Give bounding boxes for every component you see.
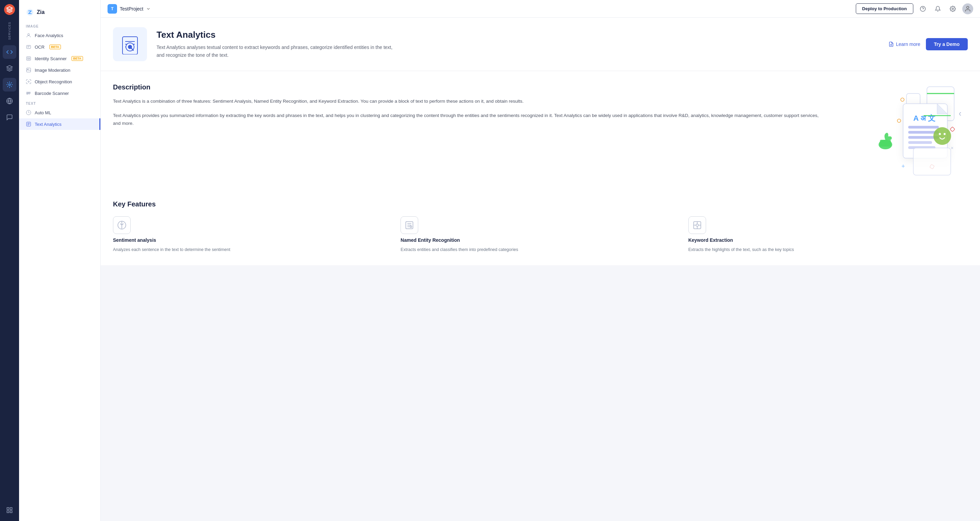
keyword-extraction-desc: Extracts the highlights of the text, suc… bbox=[688, 246, 794, 253]
services-label: Services bbox=[8, 22, 11, 40]
svg-point-63 bbox=[897, 119, 901, 122]
svg-rect-54 bbox=[908, 141, 932, 144]
svg-point-10 bbox=[27, 34, 29, 35]
keyword-icon bbox=[692, 220, 702, 230]
image-moderation-label: Image Moderation bbox=[35, 68, 70, 73]
svg-rect-69 bbox=[913, 148, 951, 175]
svg-point-68 bbox=[959, 113, 961, 115]
settings-icon-btn[interactable] bbox=[947, 3, 958, 14]
svg-rect-64 bbox=[950, 127, 955, 132]
image-moderation-icon bbox=[26, 67, 31, 73]
sidebar-item-ocr[interactable]: OCR BETA bbox=[19, 41, 100, 53]
sidebar-item-object-recognition[interactable]: Object Recognition bbox=[19, 76, 100, 87]
svg-point-9 bbox=[30, 12, 30, 13]
sidebar-item-face-analytics[interactable]: Face Analytics bbox=[19, 30, 100, 41]
project-avatar: T bbox=[108, 4, 117, 14]
project-selector[interactable]: T TestProject bbox=[108, 4, 151, 14]
sidebar-item-image-moderation[interactable]: Image Moderation bbox=[19, 64, 100, 76]
sidebar-item-identity-scanner[interactable]: Identity Scanner BETA bbox=[19, 53, 100, 64]
svg-point-78 bbox=[696, 224, 698, 227]
text-analytics-hero-icon bbox=[120, 34, 140, 54]
learn-more-button[interactable]: Learn more bbox=[888, 41, 920, 47]
svg-point-15 bbox=[27, 57, 29, 59]
key-features-title: Key Features bbox=[113, 198, 968, 208]
sidebar-item-barcode-scanner[interactable]: Barcode Scanner bbox=[19, 87, 100, 99]
hero-text: Text Analytics Text Analytics analyses t… bbox=[156, 30, 879, 59]
svg-point-21 bbox=[28, 81, 29, 82]
svg-point-58 bbox=[939, 133, 941, 135]
identity-scanner-beta-badge: BETA bbox=[72, 56, 83, 61]
svg-rect-11 bbox=[27, 45, 30, 48]
try-demo-button[interactable]: Try a Demo bbox=[926, 38, 968, 50]
svg-point-76 bbox=[410, 226, 412, 227]
sidebar-item-text-analytics[interactable]: Text Analytics bbox=[19, 118, 100, 130]
ner-desc: Extracts entities and classifies them in… bbox=[401, 246, 518, 253]
topbar: T TestProject Deploy to Production bbox=[101, 0, 980, 18]
identity-scanner-label: Identity Scanner bbox=[35, 56, 67, 61]
svg-point-36 bbox=[967, 6, 969, 8]
svg-point-62 bbox=[901, 98, 904, 101]
help-icon bbox=[920, 6, 926, 12]
zia-logo-icon bbox=[26, 8, 34, 16]
ner-name: Named Entity Recognition bbox=[401, 237, 460, 243]
content-area: Text Analytics Text Analytics analyses t… bbox=[101, 18, 980, 521]
face-analytics-icon bbox=[26, 33, 31, 38]
sidebar-item-auto-ml[interactable]: Auto ML bbox=[19, 107, 100, 118]
svg-rect-61 bbox=[880, 140, 891, 146]
features-grid: Sentiment analysis Analyzes each sentenc… bbox=[113, 216, 968, 253]
rail-icon-code[interactable] bbox=[3, 45, 16, 59]
text-analytics-icon bbox=[26, 121, 31, 127]
sentiment-icon bbox=[117, 220, 127, 230]
notification-icon-btn[interactable] bbox=[932, 3, 943, 14]
svg-rect-5 bbox=[10, 508, 12, 510]
icon-rail: Services bbox=[0, 0, 19, 521]
rail-icon-grid[interactable] bbox=[3, 503, 16, 517]
zia-brand: Zia bbox=[19, 5, 100, 22]
svg-point-1 bbox=[9, 84, 11, 86]
barcode-scanner-icon bbox=[26, 91, 31, 96]
ocr-icon bbox=[26, 44, 31, 50]
identity-scanner-icon bbox=[26, 56, 31, 61]
hero-description: Text Analytics analyses textual content … bbox=[156, 43, 395, 59]
rail-icon-brain[interactable] bbox=[3, 78, 16, 92]
rail-icon-globe[interactable] bbox=[3, 94, 16, 108]
hero-icon-box bbox=[113, 27, 147, 61]
sentiment-analysis-name: Sentiment analysis bbox=[113, 237, 156, 243]
ner-icon-box bbox=[401, 216, 418, 234]
text-analytics-illustration: A अ 文 bbox=[845, 83, 961, 185]
svg-point-59 bbox=[943, 133, 946, 135]
svg-point-35 bbox=[952, 8, 954, 10]
bell-icon bbox=[935, 6, 941, 12]
app-logo bbox=[4, 4, 15, 15]
key-features-section: Key Features Sentiment analysis Analyzes… bbox=[101, 198, 980, 265]
user-icon bbox=[964, 5, 971, 12]
sidebar: Zia IMAGE Face Analytics OCR BETA Identi… bbox=[19, 0, 101, 521]
project-name: TestProject bbox=[120, 6, 143, 11]
auto-ml-icon bbox=[26, 110, 31, 115]
svg-marker-0 bbox=[7, 66, 13, 68]
description-section: Description Text Analytics is a combinat… bbox=[113, 83, 838, 185]
image-section-label: IMAGE bbox=[19, 22, 100, 30]
description-para2: Text Analytics provides you summarized i… bbox=[113, 111, 825, 127]
svg-rect-51 bbox=[908, 126, 939, 129]
auto-ml-label: Auto ML bbox=[35, 110, 51, 115]
user-avatar[interactable] bbox=[962, 3, 973, 14]
rail-icon-chat[interactable] bbox=[3, 111, 16, 124]
svg-text:×: × bbox=[951, 145, 953, 151]
svg-text:+: + bbox=[901, 163, 905, 170]
description-para1: Text Analytics is a combination of three… bbox=[113, 97, 825, 105]
svg-rect-7 bbox=[10, 511, 12, 513]
help-icon-btn[interactable] bbox=[917, 3, 928, 14]
rail-icon-layers[interactable] bbox=[3, 62, 16, 75]
svg-rect-4 bbox=[7, 508, 9, 510]
svg-rect-6 bbox=[7, 511, 9, 513]
barcode-scanner-label: Barcode Scanner bbox=[35, 91, 69, 96]
main-area: T TestProject Deploy to Production bbox=[101, 0, 980, 521]
learn-more-label: Learn more bbox=[896, 41, 920, 47]
keyword-extraction-name: Keyword Extraction bbox=[688, 237, 733, 243]
sentiment-analysis-desc: Analyzes each sentence in the text to de… bbox=[113, 246, 231, 253]
description-title: Description bbox=[113, 83, 825, 91]
illustration-section: A अ 文 bbox=[838, 83, 968, 185]
deploy-button[interactable]: Deploy to Production bbox=[856, 3, 913, 14]
project-initial: T bbox=[111, 6, 113, 11]
